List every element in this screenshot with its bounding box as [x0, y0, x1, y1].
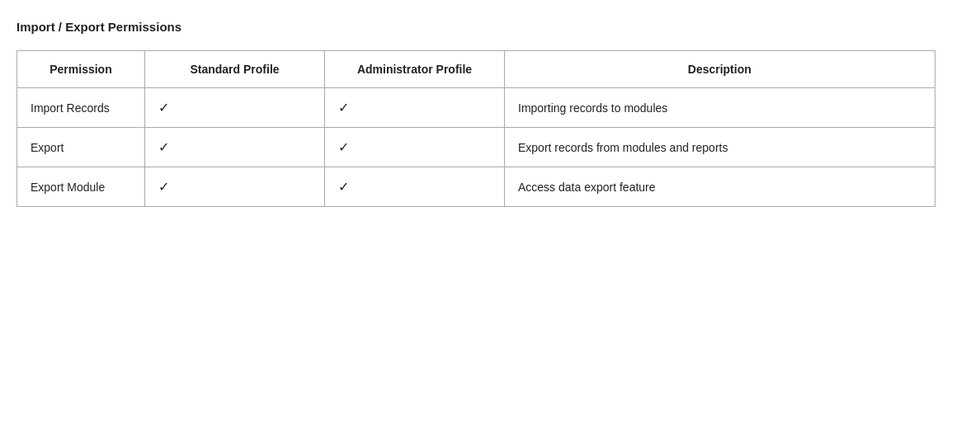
checkmark-admin: ✓ — [338, 101, 349, 115]
header-standard-profile: Standard Profile — [145, 51, 325, 88]
table-row: Export Module✓✓Access data export featur… — [17, 167, 935, 207]
cell-permission: Export Module — [17, 167, 145, 207]
cell-description: Importing records to modules — [505, 88, 935, 128]
cell-standard-check: ✓ — [145, 88, 325, 128]
checkmark-standard: ✓ — [158, 101, 169, 115]
checkmark-standard: ✓ — [158, 140, 169, 154]
cell-admin-check: ✓ — [325, 88, 505, 128]
cell-standard-check: ✓ — [145, 128, 325, 167]
checkmark-admin: ✓ — [338, 180, 349, 194]
cell-permission: Import Records — [17, 88, 145, 128]
header-permission: Permission — [17, 51, 145, 88]
header-admin-profile: Administrator Profile — [325, 51, 505, 88]
checkmark-standard: ✓ — [158, 180, 169, 194]
page-title: Import / Export Permissions — [16, 20, 964, 34]
cell-description: Export records from modules and reports — [505, 128, 935, 167]
header-description: Description — [505, 51, 935, 88]
cell-permission: Export — [17, 128, 145, 167]
cell-admin-check: ✓ — [325, 128, 505, 167]
cell-admin-check: ✓ — [325, 167, 505, 207]
table-row: Export✓✓Export records from modules and … — [17, 128, 935, 167]
cell-description: Access data export feature — [505, 167, 935, 207]
checkmark-admin: ✓ — [338, 140, 349, 154]
table-header-row: Permission Standard Profile Administrato… — [17, 51, 935, 88]
cell-standard-check: ✓ — [145, 167, 325, 207]
permissions-table: Permission Standard Profile Administrato… — [16, 50, 935, 207]
table-row: Import Records✓✓Importing records to mod… — [17, 88, 935, 128]
